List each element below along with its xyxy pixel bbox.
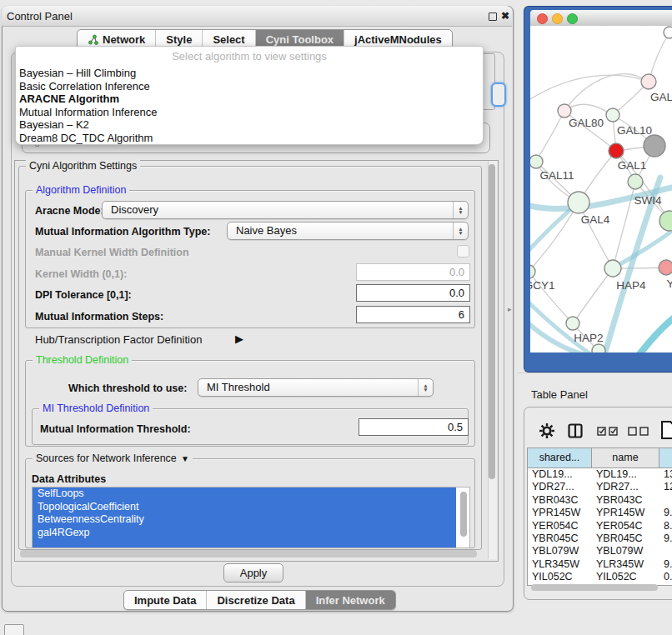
network-node[interactable] [606, 108, 619, 122]
table-cell[interactable]: YLR345W [528, 558, 592, 571]
data-attribute-item[interactable]: TopologicalCoefficient [33, 501, 456, 514]
table-cell[interactable]: YDL19... [592, 468, 659, 481]
data-attribute-item[interactable]: gal4RGexp [33, 527, 456, 540]
column-header-name[interactable]: name [592, 448, 659, 468]
data-attribute-item-partial[interactable] [33, 539, 456, 548]
table-row[interactable]: YBR043CYBR043C [528, 494, 672, 507]
gear-icon[interactable] [539, 422, 555, 439]
columns-icon[interactable] [568, 423, 583, 438]
network-node[interactable] [628, 174, 643, 189]
table-cell[interactable]: YBR043C [528, 494, 592, 507]
focused-button-partial[interactable] [491, 82, 506, 107]
table-cell[interactable]: YPR145W [592, 507, 659, 519]
mi-threshold-field[interactable]: 0.5 [359, 418, 469, 436]
algorithm-option[interactable]: Bayesian – K2 [16, 118, 483, 132]
table-cell[interactable]: 0. [659, 571, 672, 583]
table-row[interactable]: YBR045CYBR045C9. [528, 532, 672, 545]
network-canvas[interactable]: GALGAL80GAL10GAL1GAL11SWI4GAL4GCY1HAP4YH… [530, 26, 672, 352]
tab-impute-data[interactable]: Impute Data [124, 591, 206, 609]
network-node[interactable] [566, 317, 579, 330]
table-cell[interactable]: YIL052C [592, 571, 659, 583]
network-node[interactable] [609, 143, 624, 158]
document-icon[interactable] [660, 420, 672, 440]
column-header-partial[interactable]: A [659, 448, 672, 468]
minimize-traffic-light[interactable] [552, 13, 563, 24]
zoom-traffic-light[interactable] [567, 13, 578, 24]
table-row[interactable]: YER054CYER054C8. [528, 520, 672, 532]
table-cell[interactable]: YER054C [592, 520, 659, 532]
close-traffic-light[interactable] [537, 13, 548, 24]
table-cell[interactable]: YLR345W [592, 558, 659, 571]
table-row[interactable]: YLR345WYLR345W9. [528, 558, 672, 571]
list-scrollbar[interactable] [460, 492, 467, 537]
attribute-table[interactable]: shared... name A YDL19...YDL19...13YDR27… [527, 448, 672, 586]
table-cell[interactable]: YBR045C [592, 532, 659, 545]
network-node[interactable] [644, 135, 665, 157]
manual-kernel-checkbox[interactable] [457, 245, 469, 258]
table-cell[interactable] [659, 545, 672, 558]
table-row[interactable]: YPR145WYPR145W9. [528, 507, 672, 519]
data-attribute-item[interactable]: BetweennessCentrality [33, 513, 456, 527]
stepper-icon[interactable]: ▲▼ [418, 379, 433, 396]
table-cell[interactable] [659, 494, 672, 507]
table-cell[interactable]: YDL19... [528, 468, 592, 481]
hub-definition-label[interactable]: Hub/Transcription Factor Definition [35, 333, 202, 346]
which-threshold-combo[interactable]: MI Threshold ▲▼ [198, 378, 434, 397]
network-node[interactable] [558, 104, 571, 118]
table-cell[interactable]: YBL079W [592, 545, 659, 558]
network-node[interactable] [664, 27, 672, 38]
float-window-icon[interactable] [489, 12, 497, 21]
close-icon[interactable]: ✖ [501, 10, 509, 22]
aracne-mode-combo[interactable]: Discovery ▲▼ [102, 201, 469, 219]
v-scroll-thumb[interactable] [489, 164, 495, 479]
expand-right-icon[interactable]: ▶ [235, 332, 243, 345]
h-scroll-thumb[interactable] [20, 550, 477, 558]
network-node[interactable] [604, 260, 621, 277]
table-cell[interactable]: 9. [659, 532, 672, 545]
table-row[interactable]: YDR27...YDR27...12 [528, 481, 672, 493]
table-cell[interactable]: 9. [659, 558, 672, 571]
stepper-icon[interactable]: ▲▼ [453, 202, 468, 218]
mi-steps-field[interactable]: 6 [356, 306, 470, 323]
checked-boxes-icon[interactable] [597, 427, 619, 436]
table-cell[interactable]: 13 [659, 468, 672, 481]
algorithm-option[interactable]: Basic Correlation Inference [16, 80, 483, 93]
table-cell[interactable]: YDR27... [528, 481, 592, 493]
network-node[interactable] [659, 211, 672, 231]
table-cell[interactable]: YBR043C [592, 494, 659, 507]
table-cell[interactable]: YPR145W [528, 507, 592, 519]
table-h-scrollbar[interactable] [531, 584, 658, 591]
table-row[interactable]: YIL052CYIL052C0. [528, 571, 672, 583]
stepper-icon[interactable]: ▲▼ [453, 222, 468, 239]
column-header-shared[interactable]: shared... [528, 448, 592, 468]
data-attribute-item[interactable]: SelfLoops [33, 488, 456, 501]
tab-discretize-data[interactable]: Discretize Data [206, 591, 304, 609]
algorithm-option[interactable]: ARACNE Algorithm [16, 92, 483, 106]
algorithm-option[interactable]: Dream8 DC_TDC Algorithm [16, 132, 483, 145]
network-node[interactable] [530, 265, 535, 278]
table-cell[interactable]: 8. [659, 520, 672, 532]
algorithm-option[interactable]: Mutual Information Inference [16, 106, 483, 119]
mi-type-combo[interactable]: Naive Bayes ▲▼ [227, 222, 469, 240]
table-cell[interactable]: YBR045C [528, 532, 592, 545]
collapse-down-icon[interactable]: ▼ [178, 454, 193, 463]
tab-infer-network[interactable]: Infer Network [305, 591, 395, 609]
network-node[interactable] [530, 155, 543, 168]
network-node[interactable] [592, 344, 605, 352]
table-row[interactable]: YDL19...YDL19...13 [528, 468, 672, 481]
table-cell[interactable]: 9. [659, 507, 672, 519]
table-cell[interactable]: YDR27... [592, 481, 659, 493]
table-cell[interactable]: 12 [659, 481, 672, 493]
table-row[interactable]: YBL079WYBL079W [528, 545, 672, 558]
network-node[interactable] [641, 74, 656, 89]
algorithm-option[interactable]: Bayesian – Hill Climbing [16, 67, 483, 80]
kernel-width-field[interactable]: 0.0 [356, 263, 470, 281]
panel-corner-button[interactable] [4, 624, 24, 635]
data-attributes-list[interactable]: SelfLoopsTopologicalCoefficientBetweenne… [32, 487, 470, 548]
table-cell[interactable]: YER054C [528, 520, 592, 532]
unchecked-boxes-icon[interactable] [628, 427, 649, 436]
dpi-tolerance-field[interactable]: 0.0 [356, 284, 470, 302]
apply-button[interactable]: Apply [223, 563, 283, 582]
panel-resize-grip[interactable]: ▸ [508, 305, 512, 313]
network-node[interactable] [568, 192, 589, 213]
